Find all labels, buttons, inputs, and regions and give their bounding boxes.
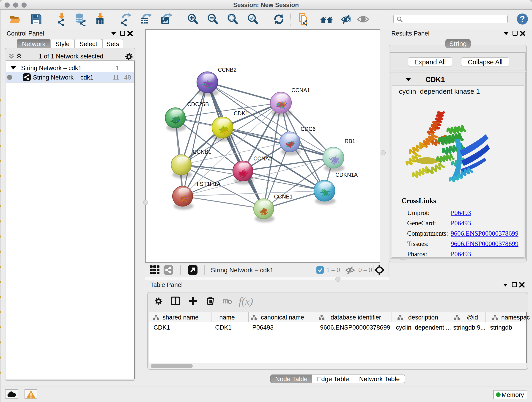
svg-text:CCNE1: CCNE1 xyxy=(274,193,293,200)
svg-text:CDC6: CDC6 xyxy=(301,126,316,132)
svg-text:CCNB2: CCNB2 xyxy=(218,67,236,73)
svg-text:RB1: RB1 xyxy=(345,138,355,144)
svg-text:CDKN1A: CDKN1A xyxy=(336,172,358,178)
svg-text:CCNB1: CCNB1 xyxy=(193,149,211,155)
svg-text:CCNA2: CCNA2 xyxy=(253,155,272,162)
svg-text:HIST1H1A: HIST1H1A xyxy=(194,181,221,187)
svg-text:CDK1: CDK1 xyxy=(234,110,248,116)
svg-text:CCNA1: CCNA1 xyxy=(291,87,310,93)
svg-text:CDC25B: CDC25B xyxy=(187,101,209,107)
